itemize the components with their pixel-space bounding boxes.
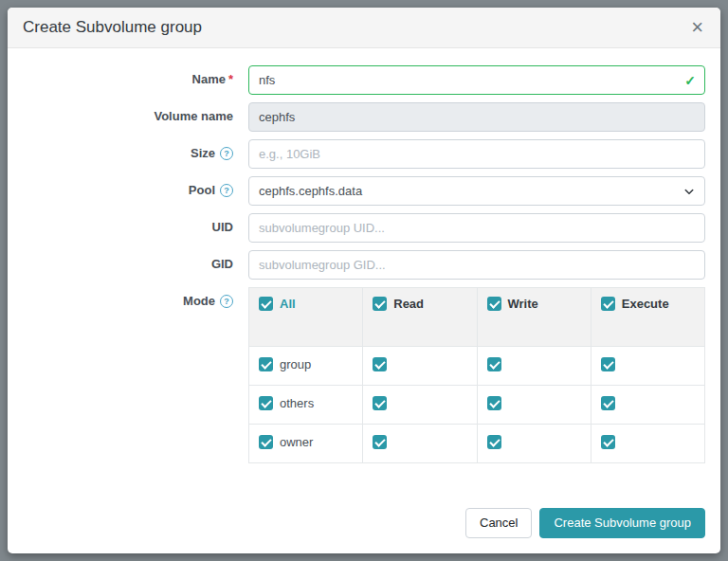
mode-control: All Read Write Execute bbox=[248, 287, 705, 463]
chevron-down-icon bbox=[683, 186, 695, 197]
mode-owner-write-checkbox[interactable] bbox=[487, 435, 501, 449]
modal-header: Create Subvolume group × bbox=[8, 8, 720, 48]
mode-header-all-label: All bbox=[280, 297, 296, 311]
mode-owner-row: owner bbox=[249, 425, 705, 463]
gid-label-text: GID bbox=[211, 257, 233, 271]
mode-header-execute-checkbox[interactable] bbox=[601, 297, 615, 311]
mode-group-execute-checkbox[interactable] bbox=[601, 357, 615, 371]
gid-control bbox=[248, 250, 705, 280]
pool-selected-value: cephfs.cephfs.data bbox=[259, 184, 362, 198]
mode-header-execute-cell: Execute bbox=[591, 288, 704, 347]
help-icon[interactable]: ? bbox=[220, 184, 233, 197]
name-control: ✓ bbox=[248, 65, 705, 95]
volume-name-input bbox=[248, 102, 705, 132]
mode-others-checkbox[interactable] bbox=[259, 396, 273, 410]
mode-header-execute-label: Execute bbox=[622, 297, 669, 311]
mode-header-write-label: Write bbox=[508, 297, 538, 311]
mode-owner-execute-checkbox[interactable] bbox=[601, 435, 615, 449]
mode-group-row: group bbox=[249, 347, 705, 386]
mode-owner-checkbox[interactable] bbox=[259, 435, 273, 449]
help-icon[interactable]: ? bbox=[220, 295, 233, 308]
size-label: Size? bbox=[23, 139, 248, 160]
size-field-row: Size? bbox=[23, 139, 705, 169]
mode-header-write-checkbox[interactable] bbox=[487, 297, 501, 311]
pool-control: cephfs.cephfs.data bbox=[248, 176, 705, 206]
volume-name-label-text: Volume name bbox=[154, 109, 233, 123]
uid-control bbox=[248, 213, 705, 243]
mode-label-text: Mode bbox=[183, 294, 215, 308]
help-icon[interactable]: ? bbox=[220, 147, 233, 160]
mode-header-all-checkbox[interactable] bbox=[259, 297, 273, 311]
mode-owner-label: owner bbox=[280, 435, 313, 449]
create-subvolume-group-button[interactable]: Create Subvolume group bbox=[539, 508, 705, 538]
cancel-button[interactable]: Cancel bbox=[465, 508, 532, 538]
mode-others-execute-checkbox[interactable] bbox=[601, 396, 615, 410]
uid-field-row: UID bbox=[23, 213, 705, 243]
mode-owner-read-checkbox[interactable] bbox=[373, 435, 387, 449]
mode-table: All Read Write Execute bbox=[248, 287, 705, 463]
modal-title: Create Subvolume group bbox=[23, 18, 202, 37]
pool-select[interactable]: cephfs.cephfs.data bbox=[248, 176, 705, 206]
modal-body: Name* ✓ Volume name Size? bbox=[8, 48, 720, 497]
mode-header-all-cell: All bbox=[249, 288, 363, 347]
uid-label-text: UID bbox=[212, 220, 233, 234]
pool-label-text: Pool bbox=[189, 183, 215, 197]
name-input[interactable] bbox=[248, 65, 705, 95]
gid-input[interactable] bbox=[248, 250, 705, 280]
mode-others-row: others bbox=[249, 386, 705, 425]
gid-label: GID bbox=[23, 250, 248, 271]
size-control bbox=[248, 139, 705, 169]
volume-name-field-row: Volume name bbox=[23, 102, 705, 132]
create-subvolume-group-modal: Create Subvolume group × Name* ✓ Volume … bbox=[8, 8, 720, 553]
mode-header-read-label: Read bbox=[393, 297, 424, 311]
mode-group-read-checkbox[interactable] bbox=[373, 357, 387, 371]
volume-name-label: Volume name bbox=[23, 102, 248, 123]
pool-field-row: Pool? cephfs.cephfs.data bbox=[23, 176, 705, 206]
gid-field-row: GID bbox=[23, 250, 705, 280]
mode-group-label: group bbox=[280, 357, 311, 371]
volume-name-control bbox=[248, 102, 705, 132]
mode-header-read-cell: Read bbox=[363, 288, 477, 347]
mode-group-checkbox[interactable] bbox=[259, 357, 273, 371]
mode-others-label: others bbox=[280, 396, 314, 410]
mode-others-read-checkbox[interactable] bbox=[373, 396, 387, 410]
mode-label: Mode? bbox=[23, 287, 248, 308]
mode-others-write-checkbox[interactable] bbox=[487, 396, 501, 410]
size-label-text: Size bbox=[191, 146, 215, 160]
mode-field-row: Mode? All Read Write bbox=[23, 287, 705, 463]
name-label: Name* bbox=[23, 65, 248, 86]
required-asterisk: * bbox=[228, 72, 233, 86]
size-input[interactable] bbox=[248, 139, 705, 169]
uid-input[interactable] bbox=[248, 213, 705, 243]
name-field-row: Name* ✓ bbox=[23, 65, 705, 95]
close-icon[interactable]: × bbox=[689, 17, 705, 38]
mode-group-write-checkbox[interactable] bbox=[487, 357, 501, 371]
mode-table-header-row: All Read Write Execute bbox=[249, 288, 705, 347]
modal-footer: Cancel Create Subvolume group bbox=[8, 497, 720, 553]
pool-label: Pool? bbox=[23, 176, 248, 197]
name-label-text: Name bbox=[192, 72, 226, 86]
mode-header-read-checkbox[interactable] bbox=[373, 297, 387, 311]
mode-header-write-cell: Write bbox=[477, 288, 591, 347]
uid-label: UID bbox=[23, 213, 248, 234]
